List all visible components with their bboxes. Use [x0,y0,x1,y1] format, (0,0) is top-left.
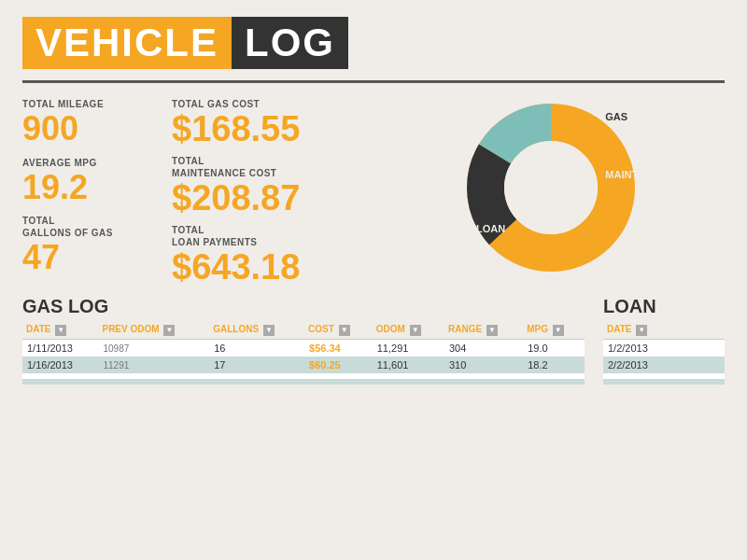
gas-log-title: GAS LOG [22,296,585,317]
table-cell: 10987 [98,340,209,357]
gallons-dropdown[interactable]: ▼ [263,325,275,336]
loan-table: DATE ▼ 1/2/20132/2/2013 [603,321,725,385]
col-mpg: MPG ▼ [523,321,585,340]
chart-gas-label: GAS [605,111,627,122]
table-cell: 18.2 [523,357,585,373]
total-loan-block: TOTALLOAN PAYMENTS $643.18 [172,224,377,287]
loan-body: 1/2/20132/2/2013 [603,340,725,385]
stats-left: TOTAL MILEAGE 900 AVERAGE MPG 19.2 TOTAL… [22,98,172,287]
total-gallons-value: 47 [22,239,172,276]
mpg-dropdown[interactable]: ▼ [553,325,564,336]
table-row: 1/16/20131129117$60.2511,60131018.2 [22,357,585,373]
table-cell: 11,291 [373,340,444,357]
table-cell: 304 [444,340,523,357]
chart-loan-label: LOAN [476,223,505,234]
table-cell [209,379,304,385]
loan-col-date: DATE ▼ [603,321,725,340]
table-cell: 16 [209,340,304,357]
table-cell [304,379,373,385]
loan-title: LOAN [603,296,725,317]
total-gallons-label: TOTALGALLONS OF GAS [22,215,172,239]
gas-log-section: GAS LOG DATE ▼ PREV ODOM ▼ GALLONS ▼ COS… [22,296,585,385]
total-gas-cost-block: TOTAL GAS COST $168.55 [172,98,377,149]
col-cost: COST ▼ [304,321,373,340]
table-cell: 11291 [98,357,209,373]
table-cell [98,379,209,385]
donut-svg [458,94,644,281]
svg-point-3 [504,141,598,234]
header-vehicle: VEHICLE [22,17,232,69]
average-mpg-block: AVERAGE MPG 19.2 [22,157,172,206]
header-divider [22,80,725,83]
average-mpg-value: 19.2 [22,169,172,206]
table-row [22,379,585,385]
cost-dropdown[interactable]: ▼ [339,325,350,336]
table-row: 1/11/20131098716$56.3411,29130419.0 [22,340,585,357]
total-loan-value: $643.18 [172,248,377,287]
chart-maint-label: MAINT. [605,169,640,180]
gas-log-header-row: DATE ▼ PREV ODOM ▼ GALLONS ▼ COST ▼ ODOM… [22,321,585,340]
table-cell [603,379,725,385]
table-cell [444,379,523,385]
table-cell: 1/11/2013 [22,340,98,357]
tables-area: GAS LOG DATE ▼ PREV ODOM ▼ GALLONS ▼ COS… [0,296,747,385]
table-row: 2/2/2013 [603,357,725,373]
date-dropdown[interactable]: ▼ [55,325,66,336]
header: VEHICLE LOG [0,0,747,80]
table-cell: 17 [209,357,304,373]
table-cell: 11,601 [373,357,444,373]
gas-log-body: 1/11/20131098716$56.3411,29130419.01/16/… [22,340,585,385]
total-mileage-block: TOTAL MILEAGE 900 [22,98,172,147]
loan-date-dropdown[interactable]: ▼ [636,325,647,336]
table-cell: 19.0 [523,340,585,357]
donut-chart: GAS MAINT. LOAN [458,94,644,281]
odom-dropdown[interactable]: ▼ [410,325,421,336]
total-gas-cost-value: $168.55 [172,110,377,149]
stats-area: TOTAL MILEAGE 900 AVERAGE MPG 19.2 TOTAL… [0,98,747,287]
col-date: DATE ▼ [22,321,98,340]
total-maintenance-label: TOTALMAINTENANCE COST [172,155,377,179]
table-cell: 2/2/2013 [603,357,725,373]
range-dropdown[interactable]: ▼ [486,325,498,336]
total-mileage-value: 900 [22,110,172,147]
total-maintenance-block: TOTALMAINTENANCE COST $208.87 [172,155,377,218]
gas-log-table: DATE ▼ PREV ODOM ▼ GALLONS ▼ COST ▼ ODOM… [22,321,585,385]
header-log: LOG [232,17,348,69]
table-cell [22,379,98,385]
table-row: 1/2/2013 [603,340,725,357]
col-gallons: GALLONS ▼ [209,321,304,340]
prev-odom-dropdown[interactable]: ▼ [163,325,175,336]
table-cell: $56.34 [304,340,373,357]
table-cell: 1/16/2013 [22,357,98,373]
stats-right: TOTAL GAS COST $168.55 TOTALMAINTENANCE … [172,98,377,287]
col-prev-odom: PREV ODOM ▼ [98,321,209,340]
table-cell: 1/2/2013 [603,340,725,357]
loan-section: LOAN DATE ▼ 1/2/20132/2/2013 [603,296,725,385]
total-loan-label: TOTALLOAN PAYMENTS [172,224,377,248]
col-odom: ODOM ▼ [373,321,444,340]
chart-area: GAS MAINT. LOAN [377,89,725,287]
table-cell: $60.25 [304,357,373,373]
total-maintenance-value: $208.87 [172,179,377,218]
table-cell: 310 [444,357,523,373]
average-mpg-label: AVERAGE MPG [22,157,172,169]
total-gallons-block: TOTALGALLONS OF GAS 47 [22,215,172,276]
col-range: RANGE ▼ [444,321,523,340]
loan-header-row: DATE ▼ [603,321,725,340]
table-cell [373,379,444,385]
table-row [603,379,725,385]
table-cell [523,379,585,385]
